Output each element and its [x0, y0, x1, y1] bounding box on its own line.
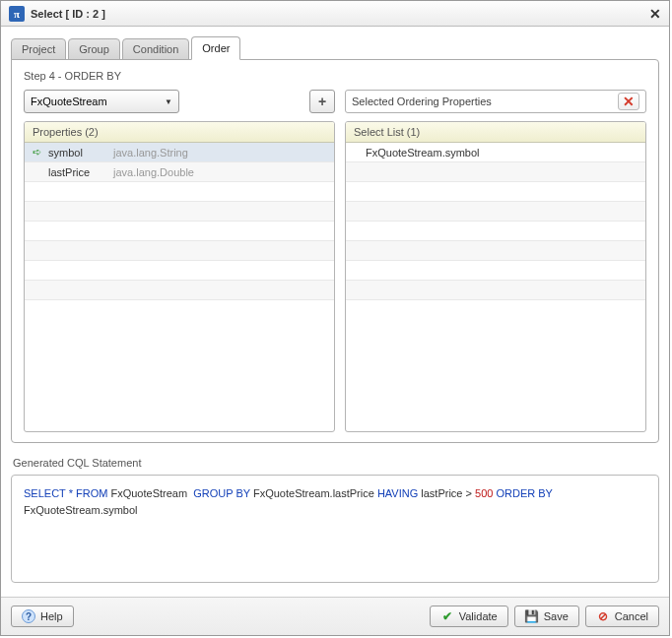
x-icon: ✕ [623, 94, 635, 109]
kw-from: * FROM [69, 487, 108, 499]
cql-orderfield: FxQuoteStream.symbol [24, 504, 138, 516]
ordering-header: Selected Ordering Properties ✕ [345, 90, 646, 113]
ordering-item[interactable]: FxQuoteStream.symbol [346, 143, 645, 162]
tab-label: Order [202, 42, 230, 54]
properties-header: Properties (2) [25, 122, 334, 143]
tab-order[interactable]: Order [191, 36, 240, 60]
empty-row [346, 222, 645, 241]
window-title: Select [ ID : 2 ] [31, 8, 105, 20]
cql-src: FxQuoteStream [110, 487, 187, 499]
save-label: Save [544, 610, 569, 622]
empty-row [346, 281, 645, 300]
empty-row [25, 202, 334, 222]
right-column: Selected Ordering Properties ✕ Select Li… [345, 90, 646, 432]
select-dialog: π Select [ ID : 2 ] ✕ Project Group Cond… [0, 0, 670, 636]
step-label: Step 4 - ORDER BY [24, 70, 646, 82]
empty-row [25, 261, 334, 281]
property-row[interactable]: lastPrice java.lang.Double [25, 162, 334, 182]
properties-grid: Properties (2) ➪ symbol java.lang.String… [24, 121, 335, 432]
cancel-label: Cancel [615, 610, 648, 622]
empty-row [25, 222, 334, 241]
property-name: symbol [48, 147, 107, 159]
cancel-button[interactable]: ⊘ Cancel [585, 606, 659, 627]
chevron-down-icon: ▼ [165, 97, 172, 106]
ordering-body: FxQuoteStream.symbol [346, 143, 645, 300]
source-dropdown[interactable]: FxQuoteStream ▼ [24, 90, 179, 113]
footer: ? Help ✔ Validate 💾 Save ⊘ Cancel [1, 597, 669, 635]
validate-button[interactable]: ✔ Validate [430, 606, 508, 627]
tabs: Project Group Condition Order [11, 36, 659, 60]
cql-label: Generated CQL Statement [13, 457, 659, 469]
order-tabpanel: Step 4 - ORDER BY FxQuoteStream ▼ + Prop… [11, 59, 659, 443]
empty-row [25, 281, 334, 300]
kw-orderby: ORDER BY [496, 487, 552, 499]
property-type: java.lang.Double [113, 166, 194, 178]
content-area: Project Group Condition Order Step 4 - O… [1, 27, 669, 597]
help-icon: ? [22, 609, 35, 623]
titlebar: π Select [ ID : 2 ] ✕ [1, 1, 669, 27]
empty-row [346, 182, 645, 202]
empty-row [25, 182, 334, 202]
ordering-list-header: Select List (1) [346, 122, 645, 143]
kw-select: SELECT [24, 487, 66, 499]
cql-box: SELECT * FROM FxQuoteStream GROUP BY FxQ… [11, 475, 659, 583]
close-icon[interactable]: ✕ [649, 6, 661, 22]
properties-body: ➪ symbol java.lang.String lastPrice java… [25, 143, 334, 300]
property-row[interactable]: ➪ symbol java.lang.String [25, 143, 334, 162]
empty-row [346, 162, 645, 182]
kw-groupby: GROUP BY [193, 487, 250, 499]
empty-row [346, 241, 645, 261]
arrow-right-icon: ➪ [31, 146, 42, 159]
columns: FxQuoteStream ▼ + Properties (2) ➪ symbo… [24, 90, 646, 432]
plus-icon: + [318, 94, 326, 109]
save-button[interactable]: 💾 Save [514, 606, 579, 627]
validate-label: Validate [459, 610, 498, 622]
left-column: FxQuoteStream ▼ + Properties (2) ➪ symbo… [24, 90, 335, 432]
cql-havval: 500 [475, 487, 493, 499]
cancel-icon: ⊘ [596, 609, 610, 623]
cql-havcond: lastPrice > [421, 487, 472, 499]
property-name: lastPrice [48, 166, 107, 178]
empty-row [25, 241, 334, 261]
empty-row [346, 261, 645, 281]
tab-label: Group [79, 43, 109, 55]
ordering-grid: Select List (1) FxQuoteStream.symbol [345, 121, 646, 432]
property-type: java.lang.String [113, 147, 188, 159]
add-button[interactable]: + [309, 90, 335, 113]
pi-icon: π [9, 6, 25, 22]
tab-label: Condition [133, 43, 178, 55]
help-button[interactable]: ? Help [11, 606, 74, 627]
tab-label: Project [22, 43, 55, 55]
help-label: Help [40, 610, 63, 622]
left-toolbar: FxQuoteStream ▼ + [24, 90, 335, 113]
tab-group[interactable]: Group [68, 38, 120, 60]
tab-condition[interactable]: Condition [122, 38, 189, 60]
source-selected: FxQuoteStream [31, 96, 107, 107]
tab-project[interactable]: Project [11, 38, 66, 60]
ordering-title: Selected Ordering Properties [352, 96, 492, 107]
ordering-item-label: FxQuoteStream.symbol [366, 147, 480, 159]
check-icon: ✔ [440, 609, 454, 623]
save-icon: 💾 [525, 609, 539, 623]
empty-row [346, 202, 645, 222]
kw-having: HAVING [377, 487, 418, 499]
remove-button[interactable]: ✕ [618, 93, 639, 110]
cql-grpfield: FxQuoteStream.lastPrice [253, 487, 374, 499]
